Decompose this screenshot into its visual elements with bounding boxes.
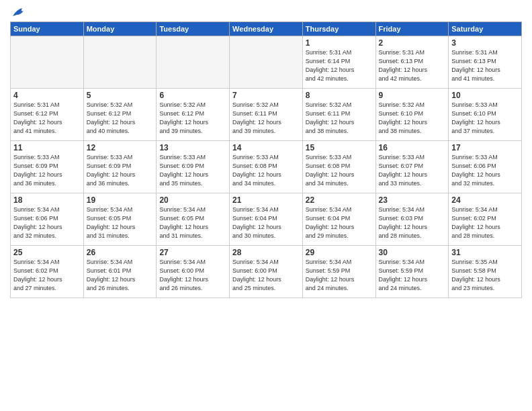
weekday-header-tuesday: Tuesday (157, 22, 230, 36)
day-number: 8 (306, 91, 373, 100)
day-info: Sunrise: 5:31 AM Sunset: 6:14 PM Dayligh… (306, 48, 373, 83)
day-number: 13 (159, 143, 226, 152)
day-number: 7 (232, 91, 300, 100)
day-info: Sunrise: 5:34 AM Sunset: 6:04 PM Dayligh… (232, 205, 300, 240)
day-number: 24 (451, 195, 519, 205)
day-info: Sunrise: 5:32 AM Sunset: 6:12 PM Dayligh… (87, 101, 154, 136)
calendar-cell: 23Sunrise: 5:34 AM Sunset: 6:03 PM Dayli… (375, 193, 449, 246)
day-info: Sunrise: 5:34 AM Sunset: 6:00 PM Dayligh… (159, 258, 226, 293)
logo (10, 7, 26, 16)
day-info: Sunrise: 5:33 AM Sunset: 6:07 PM Dayligh… (379, 153, 446, 188)
calendar-cell: 29Sunrise: 5:34 AM Sunset: 5:59 PM Dayli… (302, 246, 375, 298)
calendar-cell: 13Sunrise: 5:33 AM Sunset: 6:09 PM Dayli… (157, 141, 230, 193)
calendar-cell: 25Sunrise: 5:34 AM Sunset: 6:02 PM Dayli… (11, 246, 84, 298)
page-container: SundayMondayTuesdayWednesdayThursdayFrid… (0, 0, 532, 305)
day-number: 11 (13, 143, 81, 152)
logo-bird-icon (11, 7, 26, 19)
calendar-cell: 8Sunrise: 5:32 AM Sunset: 6:11 PM Daylig… (302, 89, 375, 141)
day-info: Sunrise: 5:34 AM Sunset: 6:02 PM Dayligh… (13, 258, 81, 293)
day-info: Sunrise: 5:31 AM Sunset: 6:12 PM Dayligh… (13, 101, 81, 136)
weekday-header-sunday: Sunday (11, 22, 84, 36)
calendar-cell: 9Sunrise: 5:32 AM Sunset: 6:10 PM Daylig… (375, 89, 449, 141)
day-number: 15 (306, 143, 373, 152)
calendar-cell: 11Sunrise: 5:33 AM Sunset: 6:09 PM Dayli… (11, 141, 84, 193)
calendar-cell: 3Sunrise: 5:31 AM Sunset: 6:13 PM Daylig… (449, 36, 522, 89)
day-number: 27 (159, 248, 226, 257)
day-number: 17 (451, 143, 519, 152)
day-info: Sunrise: 5:32 AM Sunset: 6:12 PM Dayligh… (159, 101, 226, 136)
day-info: Sunrise: 5:34 AM Sunset: 5:59 PM Dayligh… (379, 258, 446, 293)
day-info: Sunrise: 5:33 AM Sunset: 6:09 PM Dayligh… (87, 153, 154, 188)
day-info: Sunrise: 5:34 AM Sunset: 6:01 PM Dayligh… (87, 258, 154, 293)
calendar-cell: 18Sunrise: 5:34 AM Sunset: 6:06 PM Dayli… (11, 193, 84, 246)
day-number: 12 (87, 143, 154, 152)
calendar-cell (11, 36, 84, 89)
calendar-week-row: 1Sunrise: 5:31 AM Sunset: 6:14 PM Daylig… (11, 36, 522, 89)
day-number: 18 (13, 195, 81, 205)
day-info: Sunrise: 5:34 AM Sunset: 6:05 PM Dayligh… (159, 205, 226, 240)
day-number: 20 (159, 195, 226, 205)
day-number: 2 (379, 38, 446, 48)
calendar-cell: 20Sunrise: 5:34 AM Sunset: 6:05 PM Dayli… (157, 193, 230, 246)
day-number: 21 (232, 195, 300, 205)
calendar-week-row: 11Sunrise: 5:33 AM Sunset: 6:09 PM Dayli… (11, 141, 522, 193)
day-number: 16 (379, 143, 446, 152)
calendar-cell (83, 36, 157, 89)
calendar-cell: 24Sunrise: 5:34 AM Sunset: 6:02 PM Dayli… (449, 193, 522, 246)
calendar-cell: 15Sunrise: 5:33 AM Sunset: 6:08 PM Dayli… (302, 141, 375, 193)
calendar-table: SundayMondayTuesdayWednesdayThursdayFrid… (10, 21, 522, 298)
weekday-header-saturday: Saturday (449, 22, 522, 36)
calendar-header-row: SundayMondayTuesdayWednesdayThursdayFrid… (11, 22, 522, 36)
day-number: 4 (13, 91, 81, 100)
calendar-cell: 2Sunrise: 5:31 AM Sunset: 6:13 PM Daylig… (375, 36, 449, 89)
calendar-cell: 1Sunrise: 5:31 AM Sunset: 6:14 PM Daylig… (302, 36, 375, 89)
day-number: 10 (451, 91, 519, 100)
day-info: Sunrise: 5:33 AM Sunset: 6:08 PM Dayligh… (232, 153, 300, 188)
day-number: 5 (87, 91, 154, 100)
day-info: Sunrise: 5:32 AM Sunset: 6:10 PM Dayligh… (379, 101, 446, 136)
weekday-header-wednesday: Wednesday (230, 22, 303, 36)
day-info: Sunrise: 5:33 AM Sunset: 6:09 PM Dayligh… (159, 153, 226, 188)
calendar-week-row: 18Sunrise: 5:34 AM Sunset: 6:06 PM Dayli… (11, 193, 522, 246)
calendar-cell: 7Sunrise: 5:32 AM Sunset: 6:11 PM Daylig… (230, 89, 303, 141)
weekday-header-friday: Friday (375, 22, 449, 36)
calendar-week-row: 25Sunrise: 5:34 AM Sunset: 6:02 PM Dayli… (11, 246, 522, 298)
page-header (10, 7, 522, 16)
day-info: Sunrise: 5:33 AM Sunset: 6:06 PM Dayligh… (451, 153, 519, 188)
calendar-cell: 28Sunrise: 5:34 AM Sunset: 6:00 PM Dayli… (230, 246, 303, 298)
calendar-cell: 5Sunrise: 5:32 AM Sunset: 6:12 PM Daylig… (83, 89, 157, 141)
day-info: Sunrise: 5:33 AM Sunset: 6:10 PM Dayligh… (451, 101, 519, 136)
day-info: Sunrise: 5:32 AM Sunset: 6:11 PM Dayligh… (232, 101, 300, 136)
calendar-week-row: 4Sunrise: 5:31 AM Sunset: 6:12 PM Daylig… (11, 89, 522, 141)
calendar-cell: 12Sunrise: 5:33 AM Sunset: 6:09 PM Dayli… (83, 141, 157, 193)
weekday-header-monday: Monday (83, 22, 157, 36)
day-info: Sunrise: 5:34 AM Sunset: 6:03 PM Dayligh… (379, 205, 446, 240)
day-number: 23 (379, 195, 446, 205)
calendar-cell: 26Sunrise: 5:34 AM Sunset: 6:01 PM Dayli… (83, 246, 157, 298)
day-number: 25 (13, 248, 81, 257)
day-number: 28 (232, 248, 300, 257)
day-info: Sunrise: 5:34 AM Sunset: 5:59 PM Dayligh… (306, 258, 373, 293)
calendar-cell: 31Sunrise: 5:35 AM Sunset: 5:58 PM Dayli… (449, 246, 522, 298)
day-info: Sunrise: 5:33 AM Sunset: 6:09 PM Dayligh… (13, 153, 81, 188)
day-info: Sunrise: 5:32 AM Sunset: 6:11 PM Dayligh… (306, 101, 373, 136)
day-info: Sunrise: 5:34 AM Sunset: 6:05 PM Dayligh… (87, 205, 154, 240)
day-number: 26 (87, 248, 154, 257)
calendar-cell: 17Sunrise: 5:33 AM Sunset: 6:06 PM Dayli… (449, 141, 522, 193)
day-number: 29 (306, 248, 373, 257)
day-number: 22 (306, 195, 373, 205)
day-info: Sunrise: 5:34 AM Sunset: 6:04 PM Dayligh… (306, 205, 373, 240)
calendar-cell: 10Sunrise: 5:33 AM Sunset: 6:10 PM Dayli… (449, 89, 522, 141)
calendar-cell: 4Sunrise: 5:31 AM Sunset: 6:12 PM Daylig… (11, 89, 84, 141)
calendar-cell: 21Sunrise: 5:34 AM Sunset: 6:04 PM Dayli… (230, 193, 303, 246)
calendar-cell (157, 36, 230, 89)
calendar-cell (230, 36, 303, 89)
calendar-cell: 19Sunrise: 5:34 AM Sunset: 6:05 PM Dayli… (83, 193, 157, 246)
day-info: Sunrise: 5:34 AM Sunset: 6:00 PM Dayligh… (232, 258, 300, 293)
day-number: 19 (87, 195, 154, 205)
calendar-cell: 22Sunrise: 5:34 AM Sunset: 6:04 PM Dayli… (302, 193, 375, 246)
weekday-header-thursday: Thursday (302, 22, 375, 36)
day-number: 6 (159, 91, 226, 100)
day-info: Sunrise: 5:34 AM Sunset: 6:06 PM Dayligh… (13, 205, 81, 240)
day-number: 3 (451, 38, 519, 48)
